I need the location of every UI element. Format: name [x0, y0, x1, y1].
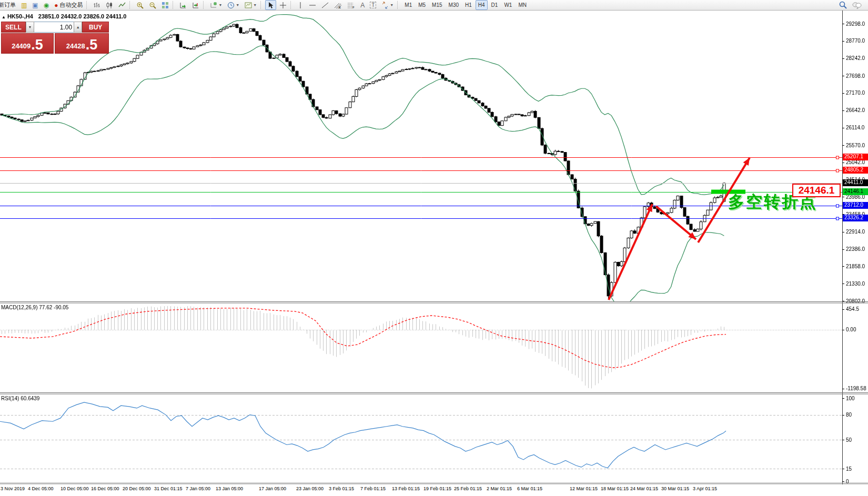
sell-price-display[interactable]: 24409 .5: [1, 33, 54, 54]
autoscroll-button[interactable]: [177, 0, 189, 10]
zoom-out-icon: [149, 2, 156, 9]
tile-windows-button[interactable]: [159, 0, 171, 10]
periods-button[interactable]: ▼: [225, 0, 241, 10]
chartshift-button[interactable]: [190, 0, 201, 10]
autoscroll-icon: [179, 2, 187, 9]
hline-icon: [309, 2, 316, 9]
volume-increase-button[interactable]: ▲: [74, 22, 82, 33]
templates-button[interactable]: ▼: [243, 0, 259, 10]
text-tool[interactable]: A: [358, 0, 367, 10]
time-axis-label: 18 Mar 01:15: [601, 486, 629, 491]
timeframe-m30[interactable]: M30: [446, 0, 461, 10]
label-icon: T: [370, 2, 376, 8]
terminal-button[interactable]: ▣: [30, 0, 40, 10]
cursor-button[interactable]: [265, 0, 276, 10]
trendline-tool[interactable]: [319, 0, 331, 10]
price-level-chip: 24805.2: [843, 167, 868, 174]
fibonacci-tool[interactable]: F: [345, 0, 357, 10]
search-icon: [839, 1, 847, 9]
terminal-icon: ▣: [32, 2, 38, 8]
time-axis-label: 25 Feb 01:15: [454, 486, 482, 491]
timeframe-d1[interactable]: D1: [489, 0, 501, 10]
one-click-trading-panel: SELL ▼ ▲ BUY 24409 .5 24428 .5: [1, 22, 109, 54]
bar-chart-type-button[interactable]: [91, 0, 103, 10]
timeframe-m1[interactable]: M1: [402, 0, 415, 10]
autotrading-button[interactable]: ● 自动交易: [52, 0, 85, 10]
templates-icon: [245, 2, 252, 9]
volume-decrease-button[interactable]: ▼: [26, 22, 34, 33]
toolbar-separator: [203, 1, 206, 9]
horizontal-line-tool[interactable]: [307, 0, 318, 10]
new-order-button[interactable]: 新订单: [0, 0, 18, 10]
channel-icon: E: [334, 2, 342, 9]
time-axis-label: 3 Feb 01:15: [329, 486, 354, 491]
chat-button[interactable]: [850, 0, 864, 10]
time-axis-label: 7 Feb 01:15: [360, 486, 386, 491]
timeframe-m15[interactable]: M15: [429, 0, 445, 10]
zoom-out-button[interactable]: [147, 0, 158, 10]
time-axis-label: 7 Jan 05:00: [186, 486, 210, 491]
time-axis[interactable]: 3 Nov 20194 Dec 05:0010 Dec 05:0016 Dec …: [0, 484, 868, 496]
shapes-tool[interactable]: ▼: [379, 0, 396, 10]
buy-price-main: 24428: [66, 41, 85, 52]
time-axis-label: 30 Mar 01:15: [661, 486, 689, 491]
fibonacci-icon: F: [347, 2, 355, 9]
signals-button[interactable]: ◉: [42, 0, 51, 10]
time-axis-label: 20 Dec 05:00: [123, 486, 151, 491]
macd-label: MACD(12,26,9) 77.62 -90.05: [1, 305, 68, 310]
time-axis-label: 19 Feb 01:15: [423, 486, 451, 491]
time-axis-label: 12 Mar 01:15: [570, 486, 598, 491]
cursor-icon: [267, 2, 274, 9]
sell-price-main: 24409: [12, 41, 31, 52]
time-axis-label: 3 Nov 2019: [1, 486, 25, 491]
time-axis-label: 3 Apr 01:15: [693, 486, 717, 491]
indicators-button[interactable]: ▼: [208, 0, 224, 10]
buy-price-display[interactable]: 24428 .5: [55, 33, 109, 54]
volume-input[interactable]: [34, 22, 74, 33]
crosshair-icon: [279, 2, 287, 9]
time-axis-label: 4 Dec 05:00: [28, 486, 54, 491]
zoom-in-icon: [136, 2, 144, 9]
channel-tool[interactable]: E: [332, 0, 344, 10]
timeframe-h4[interactable]: H4: [476, 0, 488, 10]
price-level-chip: 24146.1: [843, 188, 868, 195]
dropdown-arrow-icon: ▼: [236, 3, 239, 7]
time-axis-label: 17 Jan 05:00: [259, 486, 286, 491]
toolbar-separator: [129, 1, 133, 9]
zoom-in-button[interactable]: [134, 0, 146, 10]
crosshair-button[interactable]: [277, 0, 289, 10]
chartshift-icon: [192, 2, 199, 9]
timeframe-w1[interactable]: W1: [501, 0, 514, 10]
dropdown-arrow-icon: ▼: [390, 3, 393, 7]
svg-text:E: E: [339, 6, 341, 9]
timeframe-mn[interactable]: MN: [516, 0, 529, 10]
chart-canvas[interactable]: [0, 0, 868, 496]
macd-values: 77.62 -90.05: [39, 305, 68, 310]
timeframe-h1[interactable]: H1: [462, 0, 475, 10]
sell-button[interactable]: SELL: [1, 22, 26, 33]
toolbar-separator: [290, 1, 294, 9]
text-icon: A: [360, 2, 365, 8]
symbol-marker-icon: ▲: [2, 15, 6, 19]
chart-profiles-button[interactable]: ▥: [19, 0, 29, 10]
timeframe-m5[interactable]: M5: [416, 0, 428, 10]
symbol-title: HK50-,H4: [7, 13, 33, 19]
time-axis-label: 6 Mar 01:15: [517, 486, 542, 491]
price-callout-box[interactable]: 24146.1: [792, 184, 841, 197]
time-axis-label: 10 Dec 05:00: [60, 486, 89, 491]
time-axis-label: 13 Jan 05:00: [216, 486, 243, 491]
shapes-icon: [381, 2, 389, 9]
vertical-line-tool[interactable]: [295, 0, 306, 10]
line-chart-type-button[interactable]: [116, 0, 128, 10]
autotrading-label: 自动交易: [59, 1, 83, 9]
rsi-value: 60.6439: [21, 396, 39, 401]
buy-price-fraction: .5: [86, 38, 98, 52]
candlestick-type-button[interactable]: [104, 0, 115, 10]
ohlc-values: 23851.0 24432.0 23826.0 24411.0: [38, 13, 127, 19]
label-tool[interactable]: T: [368, 0, 378, 10]
new-order-label: 新订单: [0, 1, 16, 9]
toolbar-separator: [173, 1, 176, 9]
buy-button[interactable]: BUY: [82, 22, 109, 33]
price-level-chip: 24411.0: [843, 179, 868, 186]
search-button[interactable]: [837, 0, 849, 10]
